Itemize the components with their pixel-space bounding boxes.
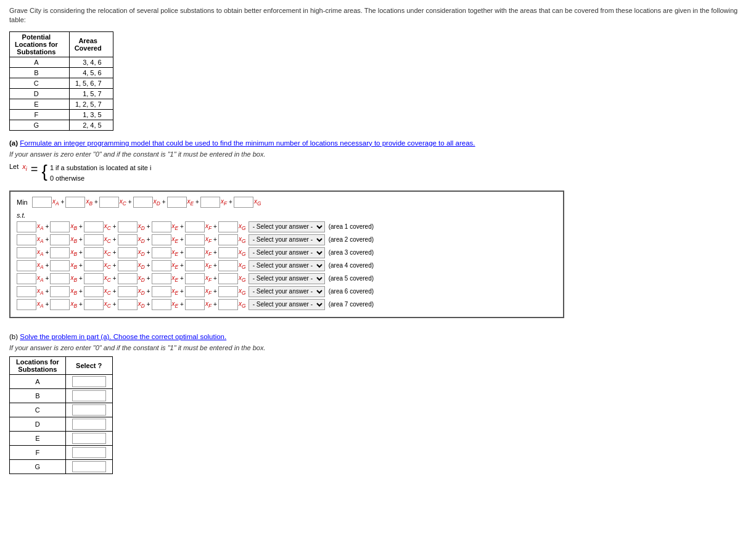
c1-xc-input[interactable] (84, 221, 104, 232)
c3-xc-input[interactable] (84, 247, 104, 258)
substation-select-cell[interactable] (65, 374, 112, 388)
min-xb-input[interactable] (65, 197, 85, 208)
c3-xe-input[interactable] (152, 247, 171, 258)
c5-xe-input[interactable] (152, 273, 171, 284)
c4-xf-input[interactable] (185, 260, 205, 271)
substation-B-input[interactable] (72, 390, 106, 401)
c5-xf-input[interactable] (185, 273, 205, 284)
substation-E-input[interactable] (72, 433, 106, 444)
c3-xb-input[interactable] (50, 247, 70, 258)
substation-select-cell[interactable] (65, 431, 112, 445)
substation-select-cell[interactable] (65, 417, 112, 431)
table-row: D1, 5, 7 (10, 88, 113, 99)
condition1: 1 if a substation is located at site i (50, 163, 151, 174)
xd-label: xD (154, 198, 160, 207)
substation-select-cell[interactable] (65, 459, 112, 473)
covered-label: (area 4 covered) (329, 262, 374, 269)
c2-xf-input[interactable] (185, 234, 205, 245)
c2-xb-input[interactable] (50, 234, 70, 245)
constraint-row: xA + xB + xC + xD + xE + xF + xG - Selec… (17, 221, 557, 232)
c7-xc-input[interactable] (84, 299, 104, 310)
c5-xg-input[interactable] (218, 273, 238, 284)
xc-label: xC (120, 198, 126, 207)
xa-label: xA (52, 198, 59, 207)
c6-xf-input[interactable] (185, 286, 205, 297)
c4-xb-input[interactable] (50, 260, 70, 271)
substation-D-input[interactable] (72, 419, 106, 430)
c4-xe-input[interactable] (152, 260, 171, 271)
c2-xc-input[interactable] (84, 234, 104, 245)
c1-xe-input[interactable] (152, 221, 171, 232)
areas-cell: 1, 2, 5, 7 (69, 99, 113, 109)
substation-select-cell[interactable] (65, 403, 112, 417)
substation-C-input[interactable] (72, 404, 106, 416)
c6-xd-input[interactable] (118, 286, 138, 297)
c3-xd-input[interactable] (118, 247, 138, 258)
c7-select[interactable]: - Select your answer - ≥ 1 ≤ 1 = 1 (249, 299, 325, 310)
c6-select[interactable]: - Select your answer - ≥ 1 ≤ 1 = 1 (249, 286, 325, 297)
min-xc-input[interactable] (99, 197, 119, 208)
c7-xf-input[interactable] (185, 299, 205, 310)
c5-xa-input[interactable] (17, 273, 36, 284)
xf-label: xF (221, 198, 227, 207)
c5-xc-input[interactable] (84, 273, 104, 284)
c3-select[interactable]: - Select your answer - ≥ 1 ≤ 1 = 1 (249, 247, 325, 258)
c1-xd-input[interactable] (118, 221, 138, 232)
c4-select[interactable]: - Select your answer - ≥ 1 ≤ 1 = 1 (249, 260, 325, 271)
min-xa-input[interactable] (32, 197, 52, 208)
substation-row: B (10, 388, 113, 403)
st-label: s.t. (17, 211, 557, 219)
c6-xc-input[interactable] (84, 286, 104, 297)
constraint-row: xA + xB + xC + xD + xE + xF + xG - Selec… (17, 273, 557, 284)
min-xe-input[interactable] (167, 197, 187, 208)
c3-xa-input[interactable] (17, 247, 36, 258)
c5-xb-input[interactable] (50, 273, 70, 284)
c1-xb-input[interactable] (50, 221, 70, 232)
c6-xb-input[interactable] (50, 286, 70, 297)
substation-select-cell[interactable] (65, 388, 112, 403)
c1-select[interactable]: - Select your answer - ≥ 1 ≤ 1 = 1 (249, 221, 325, 232)
c4-xc-input[interactable] (84, 260, 104, 271)
c4-xd-input[interactable] (118, 260, 138, 271)
location-cell: D (10, 88, 70, 99)
xg-label: xG (254, 198, 261, 207)
c7-xd-input[interactable] (118, 299, 138, 310)
min-xd-input[interactable] (133, 197, 153, 208)
c4-xa-input[interactable] (17, 260, 36, 271)
c7-xa-input[interactable] (17, 299, 36, 310)
min-xg-input[interactable] (234, 197, 253, 208)
c1-xf-input[interactable] (185, 221, 205, 232)
substation-loc-cell: G (10, 459, 66, 473)
substation-loc-cell: C (10, 403, 66, 417)
substation-select-cell[interactable] (65, 445, 112, 459)
c3-xf-input[interactable] (185, 247, 205, 258)
c1-xg-input[interactable] (218, 221, 238, 232)
c7-xe-input[interactable] (152, 299, 171, 310)
c5-select[interactable]: - Select your answer - ≥ 1 ≤ 1 = 1 (249, 273, 325, 284)
substation-G-input[interactable] (72, 461, 106, 472)
min-xf-input[interactable] (200, 197, 220, 208)
c6-xg-input[interactable] (218, 286, 238, 297)
xi-label: xi (22, 163, 27, 172)
substation-A-input[interactable] (72, 376, 106, 387)
substation-F-input[interactable] (72, 447, 106, 458)
c1-xa-input[interactable] (17, 221, 36, 232)
c4-xg-input[interactable] (218, 260, 238, 271)
c5-xd-input[interactable] (118, 273, 138, 284)
let-label: Let (9, 163, 18, 170)
c3-xg-input[interactable] (218, 247, 238, 258)
condition2: 0 otherwise (50, 173, 151, 184)
table-row: G2, 4, 5 (10, 120, 113, 130)
c7-xg-input[interactable] (218, 299, 238, 310)
c2-xd-input[interactable] (118, 234, 138, 245)
c2-select[interactable]: - Select your answer - ≥ 1 ≤ 1 = 1 (249, 234, 325, 245)
c2-xa-input[interactable] (17, 234, 36, 245)
c2-xg-input[interactable] (218, 234, 238, 245)
c7-xb-input[interactable] (50, 299, 70, 310)
covered-label: (area 1 covered) (329, 223, 374, 230)
c6-xa-input[interactable] (17, 286, 36, 297)
c2-xe-input[interactable] (152, 234, 171, 245)
constraint-row: xA + xB + xC + xD + xE + xF + xG - Selec… (17, 299, 557, 310)
c6-xe-input[interactable] (152, 286, 171, 297)
table-row: A3, 4, 6 (10, 57, 113, 67)
